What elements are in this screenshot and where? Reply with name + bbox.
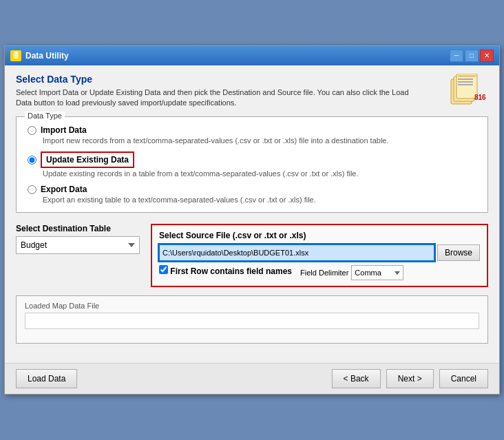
loaded-map-label: Loaded Map Data File — [25, 302, 479, 310]
svg-rect-3 — [458, 75, 476, 77]
source-file-row: Browse — [159, 244, 480, 261]
update-data-label[interactable]: Update Existing Data — [28, 151, 476, 168]
svg-rect-6 — [458, 84, 473, 85]
close-button[interactable]: ✕ — [480, 50, 494, 62]
svg-text:816: 816 — [474, 94, 486, 101]
title-bar-left: 🗄 Data Utility — [10, 50, 69, 61]
import-data-desc: Import new records from a text/comma-sep… — [43, 136, 476, 145]
update-data-desc: Update existing records in a table from … — [43, 169, 476, 178]
window-title: Data Utility — [25, 51, 69, 61]
svg-rect-4 — [458, 78, 473, 80]
bottom-section: Select Destination Table Budget Select S… — [16, 224, 488, 287]
app-icon: 🗄 — [10, 50, 21, 61]
export-data-desc: Export an existing table to a text/comma… — [43, 196, 476, 204]
header-text: Select Data Type Select Import Data or U… — [16, 74, 415, 109]
first-row-label[interactable]: First Row contains field names — [159, 265, 292, 276]
browse-button[interactable]: Browse — [437, 244, 480, 261]
destination-table-section: Select Destination Table Budget — [16, 224, 140, 254]
back-button[interactable]: < Back — [332, 369, 381, 388]
delimiter-row: Field Delimiter Comma Tab Semicolon Spac… — [300, 265, 403, 280]
first-row-checkbox[interactable] — [159, 265, 168, 274]
footer-left: Load Data — [16, 369, 77, 388]
destination-table-label: Select Destination Table — [16, 224, 140, 233]
update-data-radio[interactable] — [28, 156, 36, 165]
import-data-label[interactable]: Import Data — [28, 125, 476, 135]
footer: Load Data < Back Next > Cancel — [5, 363, 499, 394]
svg-rect-5 — [458, 81, 473, 83]
main-window: 🗄 Data Utility ─ □ ✕ Select Data Type Se… — [4, 45, 500, 395]
group-legend: Data Type — [25, 112, 65, 120]
title-bar: 🗄 Data Utility ─ □ ✕ — [5, 46, 499, 65]
loaded-map-section: Loaded Map Data File — [16, 295, 488, 344]
header-description: Select Import Data or Update Existing Da… — [16, 87, 415, 109]
source-file-label: Select Source File (.csv or .txt or .xls… — [159, 231, 480, 240]
update-data-option: Update Existing Data Update existing rec… — [28, 151, 476, 178]
load-data-button[interactable]: Load Data — [16, 369, 77, 388]
source-options-row: First Row contains field names Field Del… — [159, 265, 480, 280]
delimiter-label: Field Delimiter — [300, 269, 348, 277]
destination-table-select[interactable]: Budget — [16, 236, 140, 254]
loaded-map-input[interactable] — [25, 313, 479, 329]
cancel-button[interactable]: Cancel — [439, 369, 488, 388]
data-type-group: Data Type Import Data Import new records… — [16, 116, 488, 213]
source-file-input[interactable] — [159, 244, 434, 261]
header-icon: 816 — [444, 74, 488, 107]
import-data-radio[interactable] — [28, 126, 36, 135]
database-icon: 816 — [444, 74, 488, 107]
export-data-option: Export Data Export an existing table to … — [28, 185, 476, 204]
source-file-section: Select Source File (.csv or .txt or .xls… — [151, 224, 488, 287]
export-data-radio[interactable] — [28, 185, 36, 194]
main-content: Select Data Type Select Import Data or U… — [5, 65, 499, 364]
footer-right: < Back Next > Cancel — [332, 369, 488, 388]
title-controls: ─ □ ✕ — [450, 50, 494, 62]
export-data-label[interactable]: Export Data — [28, 185, 476, 194]
import-data-option: Import Data Import new records from a te… — [28, 125, 476, 145]
delimiter-select[interactable]: Comma Tab Semicolon Space — [351, 265, 403, 280]
maximize-button[interactable]: □ — [465, 50, 479, 62]
update-data-selected-box: Update Existing Data — [41, 151, 134, 168]
header-section: Select Data Type Select Import Data or U… — [16, 74, 488, 109]
page-title: Select Data Type — [16, 74, 415, 85]
next-button[interactable]: Next > — [386, 369, 434, 388]
minimize-button[interactable]: ─ — [450, 50, 463, 62]
